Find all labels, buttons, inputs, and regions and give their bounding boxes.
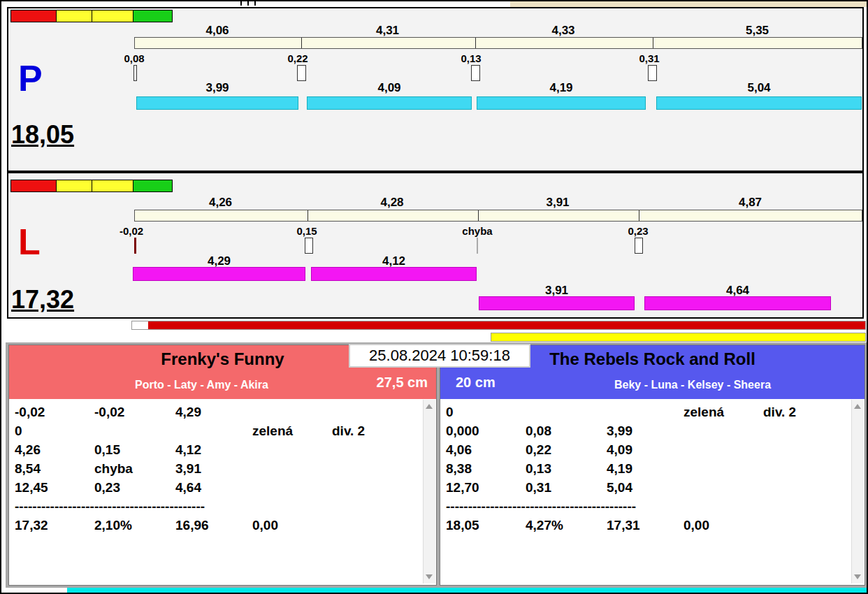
titlebar-remnant: [1, 1, 867, 7]
result-cell: 4,26: [15, 442, 41, 458]
summary-percent: 2,10%: [94, 518, 132, 533]
change-marker: [648, 65, 657, 81]
result-cell: chyba: [94, 461, 133, 477]
team-results-left: -0,02 -0,02 4,29 0 zelená div. 2 4,26 0,…: [9, 399, 436, 585]
summary-percent: 4,27%: [526, 518, 563, 533]
change-marker: [134, 238, 136, 254]
split-time-label: 4,33: [475, 24, 652, 38]
light-yellow-icon: [56, 10, 92, 22]
result-cell: 3,91: [175, 461, 201, 477]
result-row: 12,45 0,23 4,64: [9, 480, 436, 499]
separator-row: ----------------------------------------…: [9, 499, 436, 518]
team-panel-right: The Rebels Rock and Roll 20 cm Beky - Lu…: [440, 345, 865, 586]
dog-time-bar: [644, 296, 831, 310]
split-time-label: 3,91: [477, 196, 638, 210]
result-row: -0,02 -0,02 4,29: [9, 405, 436, 423]
separator-dashes: ----------------------------------------…: [15, 499, 205, 514]
result-cell: 3,99: [607, 423, 632, 439]
result-cell: 5,04: [607, 480, 632, 495]
change-time-label: -0,02: [103, 225, 159, 237]
split-time-label: 4,87: [638, 196, 862, 210]
flyball-timer-screen: 4,06 4,31 4,33 5,35 0,08 0,22 0,13 0,31 …: [0, 0, 868, 594]
split-divider: [639, 210, 639, 221]
race-progress-track: [131, 321, 866, 330]
result-row: 4,26 0,15 4,12: [9, 442, 436, 461]
dog-time-bar: [656, 96, 862, 110]
result-cell: zelená: [683, 405, 724, 420]
lane-letter: P: [18, 60, 43, 96]
light-yellow-icon: [56, 180, 92, 192]
light-green-icon: [133, 180, 173, 192]
scroll-up-icon[interactable]: [426, 404, 433, 409]
change-time-label: 0,23: [610, 225, 666, 237]
dog-time-label: 4,29: [133, 254, 305, 268]
dog-time-bar: [479, 296, 635, 310]
change-time-label: 0,15: [279, 225, 335, 237]
dog-time-label: 3,99: [136, 81, 298, 95]
result-cell: zelená: [252, 423, 293, 439]
result-cell: 0,23: [94, 480, 120, 495]
dog-time-bar: [307, 96, 472, 110]
result-cell: -0,02: [94, 405, 124, 420]
split-bar: [134, 210, 862, 222]
result-cell: 12,70: [446, 480, 479, 495]
summary-penalty: 0,00: [252, 518, 278, 533]
bottom-cyan-bar: [67, 588, 868, 593]
status-lights: [11, 180, 173, 192]
datetime-display: 25.08.2024 10:59:18: [349, 344, 530, 368]
change-marker: [133, 65, 137, 81]
race-progress-red-bar: [148, 321, 865, 329]
team-results-right: 0 zelená div. 2 0,000 0,08 3,99 4,06 0,2…: [440, 399, 865, 585]
change-marker: [305, 238, 313, 254]
team-dogs: Beky - Luna - Kelsey - Sheera: [521, 379, 865, 391]
result-cell: 4,19: [607, 461, 632, 477]
teams-section: Frenky's Funny Porto - Laty - Amy - Akir…: [6, 342, 867, 588]
team-panel-left: Frenky's Funny Porto - Laty - Amy - Akir…: [8, 345, 437, 586]
result-cell: 0: [446, 405, 454, 420]
split-divider: [478, 210, 479, 221]
result-row: 0 zelená div. 2: [9, 423, 436, 442]
result-row: 8,54 chyba 3,91: [9, 461, 436, 480]
light-red-icon: [10, 10, 57, 22]
scroll-up-icon[interactable]: [854, 404, 861, 409]
dog-time-bar: [477, 96, 646, 110]
dog-time-label: 4,12: [311, 254, 477, 268]
result-cell: -0,02: [15, 405, 45, 420]
scroll-down-icon[interactable]: [426, 574, 433, 579]
scrollbar[interactable]: [423, 400, 435, 584]
result-cell: 4,29: [175, 405, 201, 420]
dog-time-bar: [136, 96, 298, 110]
split-time-label: 4,28: [307, 196, 477, 210]
scrollbar[interactable]: [851, 400, 864, 584]
split-divider: [475, 38, 476, 48]
dog-time-label: 4,09: [307, 81, 472, 95]
dog-time-label: 5,04: [656, 81, 862, 95]
dog-time-label: 3,91: [479, 284, 635, 298]
summary-row: 18,05 4,27% 17,31 0,00: [440, 518, 865, 537]
result-cell: 8,54: [15, 461, 41, 477]
race-progress-yellow-bar: [491, 333, 866, 342]
result-cell: 0,15: [94, 442, 120, 458]
result-cell: 4,06: [446, 442, 472, 458]
result-cell: 4,12: [175, 442, 201, 458]
result-cell: 0,000: [446, 423, 479, 439]
lane-panel-l: 4,26 4,28 3,91 4,87 -0,02 0,15 chyba 0,2…: [7, 172, 864, 319]
jump-height: 27,5 cm: [377, 375, 428, 391]
split-divider: [301, 38, 302, 48]
summary-row: 17,32 2,10% 16,96 0,00: [9, 518, 436, 537]
titlebar-tick: [254, 1, 256, 6]
result-row: 4,06 0,22 4,09: [440, 442, 865, 461]
result-cell: 8,38: [446, 461, 472, 477]
result-cell: 12,45: [15, 480, 48, 495]
result-cell: 0,22: [526, 442, 551, 458]
titlebar-tick: [247, 1, 249, 6]
dog-time-label: 4,64: [644, 284, 831, 298]
summary-total: 17,32: [15, 518, 48, 533]
lane-panel-p: 4,06 4,31 4,33 5,35 0,08 0,22 0,13 0,31 …: [7, 7, 864, 172]
split-time-label: 5,35: [652, 24, 862, 38]
scroll-down-icon[interactable]: [854, 574, 861, 579]
light-yellow-icon: [92, 10, 133, 22]
light-green-icon: [133, 10, 173, 22]
lane-total-time: 17,32: [11, 285, 74, 314]
separator-row: ----------------------------------------…: [440, 499, 865, 518]
